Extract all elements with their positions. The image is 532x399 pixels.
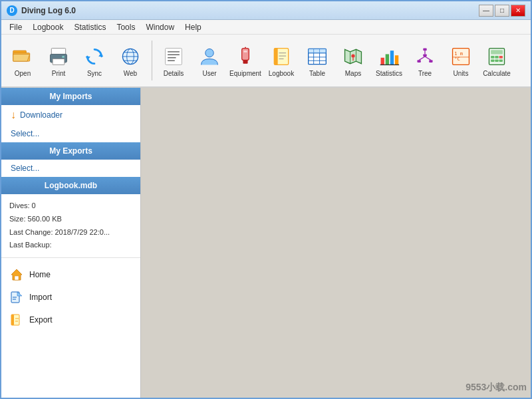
sync-label: Sync xyxy=(87,70,102,77)
svg-point-39 xyxy=(351,54,354,57)
toolbar-open-button[interactable]: Open xyxy=(5,37,40,84)
svg-rect-59 xyxy=(491,56,494,59)
tree-icon xyxy=(413,45,437,68)
toolbar-logbook-button[interactable]: Logbook xyxy=(264,37,299,84)
main-area: My Imports ↓ Downloader Select... My Exp… xyxy=(1,88,531,398)
sidebar: My Imports ↓ Downloader Select... My Exp… xyxy=(1,88,141,398)
equipment-icon xyxy=(233,45,257,68)
open-icon xyxy=(11,45,35,68)
menu-tools[interactable]: Tools xyxy=(111,21,140,33)
download-icon: ↓ xyxy=(11,109,16,121)
logbook-dives: Dives: 0 xyxy=(9,200,132,213)
svg-rect-25 xyxy=(274,48,277,65)
imports-select-label: Select... xyxy=(11,129,39,138)
details-label: Details xyxy=(164,70,184,77)
svg-rect-35 xyxy=(309,49,327,53)
calculate-label: Calculate xyxy=(483,70,511,77)
details-icon xyxy=(162,45,186,68)
my-exports-header: My Exports xyxy=(1,142,140,160)
exports-select-item[interactable]: Select... xyxy=(1,160,140,177)
units-icon: 1 m °C xyxy=(449,45,473,68)
print-label: Print xyxy=(52,70,66,77)
menu-logbook[interactable]: Logbook xyxy=(27,21,68,33)
logbook-last-backup: Last Backup: xyxy=(9,239,132,252)
menu-window[interactable]: Window xyxy=(140,21,180,33)
svg-rect-41 xyxy=(381,57,384,65)
toolbar-table-button[interactable]: Table xyxy=(300,37,334,84)
table-label: Table xyxy=(309,70,325,77)
open-label: Open xyxy=(15,70,31,77)
logbook-last-change: Last Change: 2018/7/29 22:0... xyxy=(9,226,132,239)
import-label: Import xyxy=(29,293,52,302)
menu-file[interactable]: File xyxy=(4,21,27,33)
web-label: Web xyxy=(124,70,137,77)
toolbar-equipment-button[interactable]: Equipment xyxy=(228,37,263,84)
svg-rect-42 xyxy=(386,54,389,65)
window-title: Diving Log 6.0 xyxy=(21,6,76,15)
units-label: Units xyxy=(454,70,469,77)
close-button[interactable]: ✕ xyxy=(511,5,525,17)
nav-home[interactable]: Home xyxy=(1,263,140,286)
logbook-icon xyxy=(269,45,293,68)
toolbar-statistics-button[interactable]: Statistics xyxy=(372,37,406,84)
import-icon xyxy=(9,290,24,305)
svg-rect-62 xyxy=(491,59,494,62)
svg-rect-72 xyxy=(11,315,14,325)
svg-line-52 xyxy=(425,57,431,60)
maps-icon xyxy=(341,45,365,68)
svg-rect-64 xyxy=(499,59,503,62)
nav-section: Home Import xyxy=(1,257,140,336)
svg-rect-20 xyxy=(242,48,249,60)
svg-rect-6 xyxy=(62,56,65,58)
app-icon: D xyxy=(7,5,17,16)
downloader-item[interactable]: ↓ Downloader xyxy=(1,105,140,125)
svg-rect-22 xyxy=(243,51,247,53)
sync-icon xyxy=(82,45,106,68)
content-area xyxy=(141,88,531,398)
svg-marker-2 xyxy=(13,54,30,61)
toolbar-tree-button[interactable]: Tree xyxy=(408,37,442,84)
menu-help[interactable]: Help xyxy=(180,21,207,33)
svg-rect-58 xyxy=(491,50,503,54)
toolbar-sync-button[interactable]: Sync xyxy=(77,37,112,84)
exports-select-label: Select... xyxy=(11,164,39,173)
menu-statistics[interactable]: Statistics xyxy=(68,21,111,33)
title-bar-left: D Diving Log 6.0 xyxy=(7,5,76,16)
statistics-label: Statistics xyxy=(376,70,402,77)
toolbar-print-button[interactable]: Print xyxy=(41,37,76,84)
toolbar: Open Print xyxy=(1,35,531,88)
print-icon xyxy=(47,45,70,68)
svg-marker-7 xyxy=(98,53,103,56)
equipment-label: Equipment xyxy=(229,70,261,77)
svg-line-51 xyxy=(419,57,425,60)
svg-rect-61 xyxy=(499,56,503,59)
toolbar-web-button[interactable]: Web xyxy=(113,37,148,84)
home-icon xyxy=(9,267,24,282)
svg-rect-48 xyxy=(417,60,420,63)
toolbar-maps-button[interactable]: Maps xyxy=(336,37,370,84)
svg-rect-60 xyxy=(495,56,498,59)
logbook-size: Size: 560.00 KB xyxy=(9,213,132,226)
tree-label: Tree xyxy=(418,70,432,77)
svg-marker-8 xyxy=(86,57,90,60)
svg-point-19 xyxy=(205,49,213,57)
svg-rect-14 xyxy=(166,48,182,65)
export-label: Export xyxy=(29,315,53,325)
maximize-button[interactable]: □ xyxy=(495,5,509,17)
calculate-icon xyxy=(485,45,509,68)
toolbar-units-button[interactable]: 1 m °C Units xyxy=(444,37,478,84)
svg-marker-68 xyxy=(17,292,22,296)
nav-import[interactable]: Import xyxy=(1,286,140,309)
svg-rect-49 xyxy=(429,60,432,63)
toolbar-user-button[interactable]: User xyxy=(192,37,227,84)
nav-export[interactable]: Export xyxy=(1,309,140,331)
table-icon xyxy=(305,45,329,68)
logbook-header: Logbook.mdb xyxy=(1,177,140,194)
svg-rect-44 xyxy=(395,55,398,65)
svg-rect-63 xyxy=(495,59,498,62)
minimize-button[interactable]: — xyxy=(479,5,493,17)
svg-rect-47 xyxy=(423,54,426,57)
imports-select-item[interactable]: Select... xyxy=(1,125,140,142)
toolbar-details-button[interactable]: Details xyxy=(156,37,191,84)
toolbar-calculate-button[interactable]: Calculate xyxy=(479,37,514,84)
